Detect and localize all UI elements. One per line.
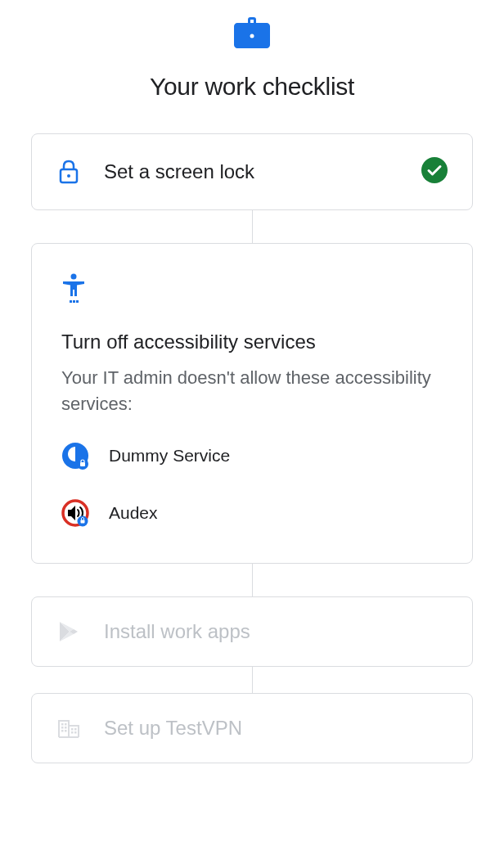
briefcase-icon [234,16,270,52]
svg-rect-6 [73,300,75,303]
svg-rect-19 [65,730,67,732]
svg-rect-14 [61,723,64,726]
checklist-item-label: Set a screen lock [104,160,421,183]
svg-rect-17 [65,727,67,729]
svg-point-0 [250,34,254,38]
svg-point-2 [67,174,70,178]
checklist-item-screen-lock[interactable]: Set a screen lock [31,133,473,210]
checklist-item-vpn[interactable]: Set up TestVPN [31,693,473,763]
building-icon [56,718,81,739]
svg-rect-18 [61,730,64,732]
service-item: Dummy Service [61,442,443,470]
svg-rect-21 [74,728,77,731]
connector [252,667,253,693]
svg-point-3 [421,157,448,183]
checklist-item-accessibility[interactable]: Turn off accessibility services Your IT … [31,243,473,564]
svg-rect-5 [70,300,72,303]
connector [252,210,253,243]
service-name: Dummy Service [109,446,230,466]
connector [252,564,253,596]
header: Your work checklist [0,0,504,101]
checklist-item-label: Install work apps [104,620,448,643]
service-item: Audex [61,499,443,527]
svg-rect-22 [71,731,74,734]
page-title: Your work checklist [0,73,504,101]
svg-rect-7 [76,300,79,303]
svg-rect-13 [81,520,85,523]
svg-rect-23 [74,731,77,734]
play-icon [56,620,81,643]
checklist-item-install-apps[interactable]: Install work apps [31,596,473,667]
checklist-item-label: Set up TestVPN [104,717,448,740]
lock-icon [56,160,81,184]
checkmark-icon [421,157,448,187]
svg-rect-15 [65,723,67,726]
svg-rect-10 [80,462,85,466]
dummy-service-icon [61,442,89,470]
accessibility-icon [61,273,443,308]
svg-point-4 [71,274,77,280]
checklist: Set a screen lock Turn off accessibility… [0,101,504,763]
checklist-item-subtitle: Your IT admin doesn't allow these access… [61,365,443,417]
service-name: Audex [109,503,158,523]
svg-rect-20 [71,728,74,731]
audex-icon [61,499,89,527]
checklist-item-title: Turn off accessibility services [61,331,443,353]
svg-rect-16 [61,727,64,729]
